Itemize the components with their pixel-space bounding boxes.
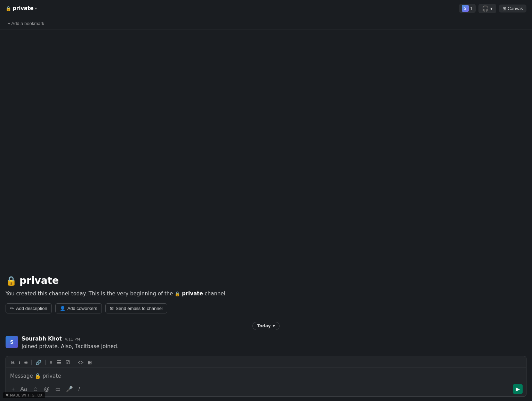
envelope-icon: ✉ bbox=[110, 306, 114, 311]
input-channel-ref: 🔒 private bbox=[34, 373, 61, 379]
message-header: Sourabh Khot 4:11 PM bbox=[22, 336, 526, 342]
checklist-icon: ☑ bbox=[65, 360, 70, 365]
plus-icon: + bbox=[11, 386, 15, 392]
gifox-label: MADE WITH GIFOX bbox=[10, 393, 42, 397]
italic-button[interactable]: I bbox=[17, 359, 22, 366]
header-left: 🔒 private ▾ bbox=[6, 5, 37, 11]
send-emails-label: Send emails to channel bbox=[116, 306, 163, 311]
messages-area: 🔒 private You created this channel today… bbox=[0, 30, 532, 353]
strikethrough-icon: S bbox=[24, 360, 27, 365]
code-icon: <> bbox=[78, 360, 83, 365]
headphone-icon: 🎧 bbox=[482, 5, 489, 12]
chevron-down-icon: ▾ bbox=[490, 6, 493, 11]
message-text: joined private. Also, Tacitbase joined. bbox=[22, 343, 526, 351]
add-bookmark-label: + Add a bookmark bbox=[8, 21, 44, 26]
chevron-down-icon: ▾ bbox=[273, 324, 275, 328]
input-placeholder: Message bbox=[10, 373, 33, 379]
avatar-initial: S bbox=[464, 7, 466, 10]
lock-icon: 🔒 bbox=[6, 6, 11, 11]
unordered-list-button[interactable]: ☰ bbox=[55, 359, 63, 366]
send-emails-button[interactable]: ✉ Send emails to channel bbox=[105, 303, 167, 313]
main-content: 🔒 private You created this channel today… bbox=[0, 30, 532, 401]
avatar: S bbox=[6, 336, 18, 348]
bold-icon: B bbox=[11, 360, 15, 365]
slash-command-button[interactable]: / bbox=[76, 385, 82, 394]
media-icon: ▭ bbox=[55, 386, 61, 392]
channel-name-label: private bbox=[13, 5, 34, 11]
canvas-icon: ⊞ bbox=[502, 6, 506, 11]
message-input-field[interactable]: Message 🔒 private bbox=[6, 368, 526, 383]
add-description-label: Add description bbox=[16, 306, 47, 311]
code-block-button[interactable]: ⊞ bbox=[86, 359, 94, 366]
huddle-button[interactable]: 🎧 ▾ bbox=[478, 4, 496, 13]
toolbar-separator bbox=[31, 360, 32, 365]
lock-icon-inline: 🔒 bbox=[175, 291, 180, 296]
slash-icon: / bbox=[79, 386, 80, 392]
pencil-icon: ✏ bbox=[10, 306, 14, 311]
date-pill-button[interactable]: Today ▾ bbox=[252, 322, 279, 330]
link-button[interactable]: 🔗 bbox=[34, 359, 43, 366]
message-body: Sourabh Khot 4:11 PM joined private. Als… bbox=[22, 336, 526, 351]
message-row: S Sourabh Khot 4:11 PM joined private. A… bbox=[6, 334, 526, 352]
send-button[interactable]: ▶ bbox=[513, 384, 523, 394]
microphone-icon: 🎤 bbox=[66, 386, 73, 392]
desc-suffix: channel. bbox=[204, 290, 227, 297]
channel-welcome: 🔒 private You created this channel today… bbox=[6, 269, 526, 318]
message-author: Sourabh Khot bbox=[22, 336, 62, 342]
link-icon: 🔗 bbox=[35, 360, 41, 365]
unordered-list-icon: ☰ bbox=[57, 360, 61, 365]
date-label: Today bbox=[257, 324, 271, 328]
avatar-initial: S bbox=[10, 339, 14, 345]
add-coworkers-label: Add coworkers bbox=[67, 306, 97, 311]
ordered-list-button[interactable]: ≡ bbox=[48, 359, 54, 366]
header-right: S 1 🎧 ▾ ⊞ Canvas bbox=[459, 4, 526, 13]
italic-icon: I bbox=[19, 360, 20, 365]
chevron-down-icon: ▾ bbox=[35, 6, 37, 11]
add-coworkers-button[interactable]: 👤 Add coworkers bbox=[55, 303, 102, 313]
desc-prefix: You created this channel today. This is … bbox=[6, 290, 173, 297]
input-toolbar: B I S 🔗 ≡ ☰ ☑ <> bbox=[6, 356, 526, 368]
channel-title-text: private bbox=[19, 275, 59, 286]
channel-title: 🔒 private bbox=[6, 275, 526, 286]
canvas-label: Canvas bbox=[508, 6, 523, 11]
channel-description: You created this channel today. This is … bbox=[6, 290, 526, 298]
message-input-area: B I S 🔗 ≡ ☰ ☑ <> bbox=[6, 356, 526, 397]
send-icon: ▶ bbox=[516, 386, 520, 392]
bookmark-bar: + Add a bookmark bbox=[0, 17, 532, 30]
channel-header: 🔒 private ▾ S 1 🎧 ▾ ⊞ Canvas bbox=[0, 0, 532, 17]
members-button[interactable]: S 1 bbox=[459, 4, 476, 13]
emoji-icon: ☺ bbox=[33, 386, 38, 392]
message-time: 4:11 PM bbox=[65, 337, 80, 342]
add-description-button[interactable]: ✏ Add description bbox=[6, 303, 52, 313]
action-buttons: ✏ Add description 👤 Add coworkers ✉ Send… bbox=[6, 303, 526, 313]
toolbar-separator-3 bbox=[74, 360, 74, 365]
ordered-list-icon: ≡ bbox=[49, 360, 52, 365]
person-icon: 👤 bbox=[60, 306, 65, 311]
audio-button[interactable]: 🎤 bbox=[64, 384, 75, 394]
channel-name-inline: private bbox=[182, 290, 203, 297]
lock-icon-large: 🔒 bbox=[6, 276, 17, 286]
toolbar-separator-2 bbox=[45, 360, 46, 365]
checklist-button[interactable]: ☑ bbox=[64, 359, 72, 366]
channel-name-button[interactable]: 🔒 private ▾ bbox=[6, 5, 37, 11]
text-format-icon: Aa bbox=[20, 386, 27, 392]
heart-icon: ♥ bbox=[6, 393, 9, 397]
avatar: S bbox=[462, 5, 469, 12]
add-bookmark-button[interactable]: + Add a bookmark bbox=[6, 20, 46, 27]
member-count-label: 1 bbox=[470, 6, 473, 11]
code-block-icon: ⊞ bbox=[88, 360, 92, 365]
canvas-button[interactable]: ⊞ Canvas bbox=[499, 5, 526, 13]
at-icon: @ bbox=[44, 386, 49, 392]
gifox-badge: ♥ MADE WITH GIFOX bbox=[3, 392, 45, 398]
strikethrough-button[interactable]: S bbox=[23, 359, 29, 366]
code-button[interactable]: <> bbox=[76, 359, 85, 366]
date-divider: Today ▾ bbox=[6, 318, 526, 334]
input-bottom-toolbar: + Aa ☺ @ ▭ 🎤 / bbox=[6, 383, 526, 396]
media-button[interactable]: ▭ bbox=[53, 384, 63, 394]
bold-button[interactable]: B bbox=[9, 359, 16, 366]
